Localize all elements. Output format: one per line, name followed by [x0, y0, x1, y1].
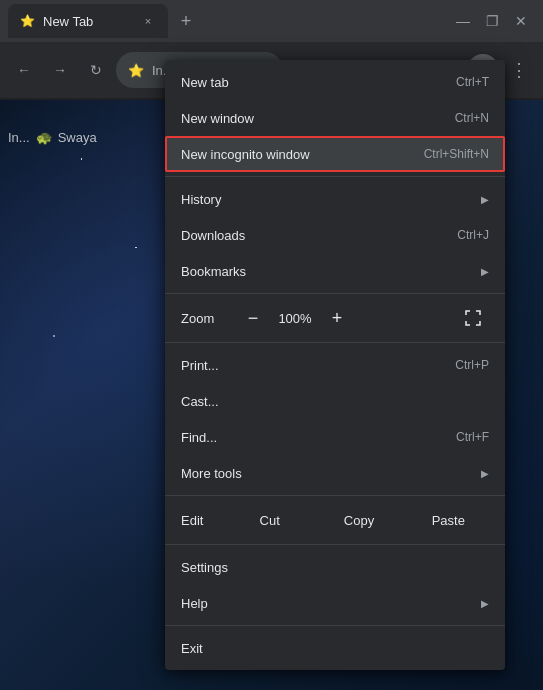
sidebar-overlay: In... 🐢 Swaya — [8, 130, 97, 145]
menu-button[interactable]: ⋮ — [503, 54, 535, 86]
tab-close-button[interactable]: × — [140, 13, 156, 29]
menu-item-settings[interactable]: Settings — [165, 549, 505, 585]
sidebar-icon: 🐢 — [36, 130, 52, 145]
cut-button[interactable]: Cut — [229, 506, 310, 534]
star-icon: ⭐ — [128, 63, 144, 78]
menu-item-exit[interactable]: Exit — [165, 630, 505, 666]
window-controls: — ❐ ✕ — [456, 13, 535, 29]
active-tab[interactable]: ⭐ New Tab × — [8, 4, 168, 38]
new-tab-button[interactable]: + — [172, 7, 200, 35]
menu-item-new-window[interactable]: New window Ctrl+N — [165, 100, 505, 136]
menu-divider-1 — [165, 176, 505, 177]
menu-item-more-tools[interactable]: More tools ▶ — [165, 455, 505, 491]
tab-bar: ⭐ New Tab × + — ❐ ✕ — [0, 0, 543, 42]
menu-item-find[interactable]: Find... Ctrl+F — [165, 419, 505, 455]
context-menu: New tab Ctrl+T New window Ctrl+N New inc… — [165, 60, 505, 670]
menu-item-edit: Edit Cut Copy Paste — [165, 500, 505, 540]
reload-button[interactable]: ↻ — [80, 54, 112, 86]
zoom-value: 100% — [269, 311, 321, 326]
back-button[interactable]: ← — [8, 54, 40, 86]
close-button[interactable]: ✕ — [515, 13, 527, 29]
zoom-plus-button[interactable]: + — [321, 304, 353, 332]
menu-item-zoom: Zoom − 100% + — [165, 298, 505, 338]
maximize-button[interactable]: ❐ — [486, 13, 499, 29]
sidebar-name: Swaya — [58, 130, 97, 145]
menu-divider-4 — [165, 495, 505, 496]
tab-title: New Tab — [43, 14, 93, 29]
menu-item-print[interactable]: Print... Ctrl+P — [165, 347, 505, 383]
paste-button[interactable]: Paste — [408, 506, 489, 534]
sidebar-in-text: In... — [8, 130, 30, 145]
menu-item-cast[interactable]: Cast... — [165, 383, 505, 419]
menu-item-history[interactable]: History ▶ — [165, 181, 505, 217]
menu-divider-2 — [165, 293, 505, 294]
menu-divider-6 — [165, 625, 505, 626]
menu-divider-5 — [165, 544, 505, 545]
minimize-button[interactable]: — — [456, 13, 470, 29]
zoom-fullscreen-button[interactable] — [457, 304, 489, 332]
menu-item-downloads[interactable]: Downloads Ctrl+J — [165, 217, 505, 253]
menu-item-bookmarks[interactable]: Bookmarks ▶ — [165, 253, 505, 289]
copy-button[interactable]: Copy — [318, 506, 399, 534]
forward-button[interactable]: → — [44, 54, 76, 86]
menu-item-new-tab[interactable]: New tab Ctrl+T — [165, 64, 505, 100]
menu-item-new-incognito[interactable]: New incognito window Ctrl+Shift+N — [165, 136, 505, 172]
menu-divider-3 — [165, 342, 505, 343]
zoom-minus-button[interactable]: − — [237, 304, 269, 332]
tab-favicon: ⭐ — [20, 14, 35, 28]
menu-item-help[interactable]: Help ▶ — [165, 585, 505, 621]
